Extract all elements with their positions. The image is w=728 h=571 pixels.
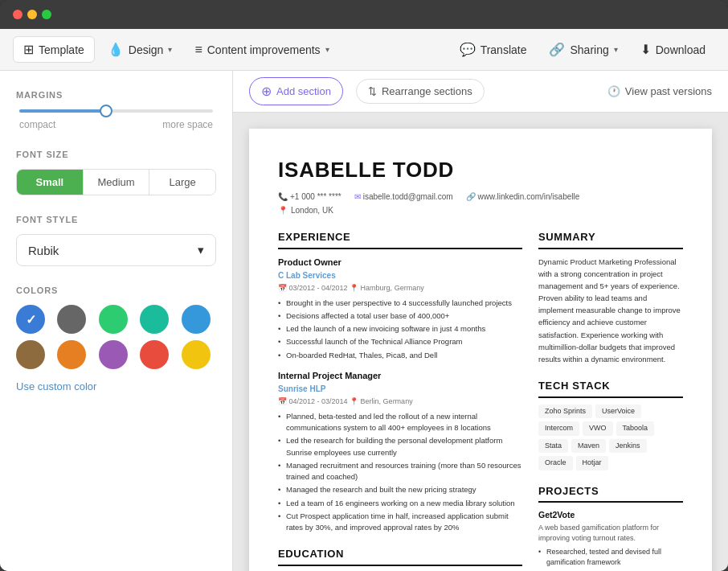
project-1-title: Get2Vote xyxy=(538,509,683,522)
email-value: isabelle.todd@gmail.com xyxy=(363,191,453,203)
slider-labels: compact more space xyxy=(19,119,213,130)
project-1-desc: A web based gamification platform for im… xyxy=(538,523,683,544)
bullet: On-boarded RedHat, Thales, Pica8, and De… xyxy=(278,350,522,361)
font-dropdown[interactable]: Rubik ▾ xyxy=(16,234,216,266)
summary-title: SUMMARY xyxy=(538,229,683,249)
content-icon: ≡ xyxy=(194,43,202,57)
left-panel: MARGINS compact more space FONT SIZE Sm xyxy=(0,71,233,571)
job-2-meta: 📅 04/2012 - 03/2014 📍 Berlin, Germany xyxy=(278,396,522,408)
linkedin-value: www.linkedin.com/in/isabelle xyxy=(478,191,580,203)
bullet: Planned, beta-tested and led the rollout… xyxy=(278,411,522,434)
experience-section: EXPERIENCE Product Owner C Lab Services … xyxy=(278,229,522,533)
font-size-label: FONT SIZE xyxy=(16,150,216,159)
job-2-title: Internal Project Manager xyxy=(278,369,522,383)
color-swatch-purple[interactable] xyxy=(99,340,128,369)
font-style-section: FONT STYLE Rubik ▾ xyxy=(16,215,216,266)
toolbar: ⊕ Add section ⇅ Rearrange sections 🕐 Vie… xyxy=(233,71,728,113)
rearrange-label: Rearrange sections xyxy=(382,85,472,97)
tech-tag: Hotjar xyxy=(576,456,608,470)
nav-sharing-label: Sharing xyxy=(570,43,608,56)
email-contact: ✉ isabelle.todd@gmail.com xyxy=(354,191,453,203)
location: 📍 London, UK xyxy=(278,204,683,216)
bullet: Researched, tested and devised full gami… xyxy=(538,547,683,569)
minimize-button[interactable] xyxy=(27,10,37,19)
slider-fill xyxy=(19,109,106,113)
font-size-medium[interactable]: Medium xyxy=(84,170,150,195)
bullet: Successful launch of the Technical Allia… xyxy=(278,336,522,347)
rearrange-button[interactable]: ⇅ Rearrange sections xyxy=(356,79,485,104)
colors-grid xyxy=(16,305,216,369)
tech-tag: Stata xyxy=(538,439,568,454)
font-style-label: FONT STYLE xyxy=(16,215,216,224)
font-size-buttons: Small Medium Large xyxy=(16,169,216,195)
margins-section: MARGINS compact more space xyxy=(16,90,216,130)
color-swatch-orange[interactable] xyxy=(57,340,86,369)
download-icon: ⬇ xyxy=(640,42,651,57)
linkedin-icon: 🔗 xyxy=(466,191,476,203)
chevron-down-icon-2: ▾ xyxy=(325,45,329,54)
add-section-label: Add section xyxy=(276,85,331,97)
tech-tag: Intercom xyxy=(538,421,579,436)
custom-color-link[interactable]: Use custom color xyxy=(16,380,96,392)
project-1: Get2Vote A web based gamification platfo… xyxy=(538,509,683,569)
nav-design[interactable]: 💧 Design ▾ xyxy=(98,37,182,62)
font-size-small[interactable]: Small xyxy=(17,170,84,195)
resume-right-col: SUMMARY Dynamic Product Marketing Profes… xyxy=(538,229,683,571)
bullet: Managed the research and built the new p… xyxy=(278,484,522,495)
linkedin-contact: 🔗 www.linkedin.com/in/isabelle xyxy=(466,191,580,203)
nav-download[interactable]: ⬇ Download xyxy=(631,37,715,62)
nav-sharing[interactable]: 🔗 Sharing ▾ xyxy=(539,37,627,62)
job-1-title: Product Owner xyxy=(278,256,522,269)
projects-section: PROJECTS Get2Vote A web based gamificati… xyxy=(538,483,683,571)
color-swatch-brown[interactable] xyxy=(16,340,45,369)
resume-scroll[interactable]: ISABELLE TODD 📞 +1 000 *** **** ✉ isabel… xyxy=(233,113,728,571)
tech-stack-title: TECH STACK xyxy=(538,378,683,398)
chevron-down-icon-font: ▾ xyxy=(198,243,204,257)
view-past-versions[interactable]: 🕐 View past versions xyxy=(607,85,712,97)
color-swatch-yellow[interactable] xyxy=(182,340,211,369)
design-icon: 💧 xyxy=(108,42,124,57)
close-button[interactable] xyxy=(13,10,22,19)
tech-tag: Zoho Sprints xyxy=(538,405,592,419)
template-icon: ⊞ xyxy=(23,42,34,57)
add-section-button[interactable]: ⊕ Add section xyxy=(249,77,343,105)
colors-section: COLORS Use custom color xyxy=(16,286,216,393)
color-swatch-teal[interactable] xyxy=(140,305,169,334)
resume-header: ISABELLE TODD 📞 +1 000 *** **** ✉ isabel… xyxy=(278,154,683,216)
job-2: Internal Project Manager Sunrise HLP 📅 0… xyxy=(278,369,522,534)
color-swatch-green[interactable] xyxy=(99,305,128,334)
compact-label: compact xyxy=(19,119,55,130)
more-space-label: more space xyxy=(162,119,213,130)
tech-tag: Jenkins xyxy=(609,439,647,454)
font-size-section: FONT SIZE Small Medium Large xyxy=(16,150,216,195)
colors-label: COLORS xyxy=(16,286,216,295)
phone-icon: 📞 xyxy=(278,191,288,203)
nav-template[interactable]: ⊞ Template xyxy=(13,36,95,63)
color-swatch-red[interactable] xyxy=(140,340,169,369)
email-icon: ✉ xyxy=(354,191,361,203)
phone-number: +1 000 *** **** xyxy=(290,191,342,203)
chevron-down-icon-3: ▾ xyxy=(614,45,618,54)
slider-thumb[interactable] xyxy=(100,105,112,117)
project-1-bullets: Researched, tested and devised full gami… xyxy=(538,547,683,569)
resume-document: ISABELLE TODD 📞 +1 000 *** **** ✉ isabel… xyxy=(249,129,712,571)
bullet: Led a team of 16 engineers working on a … xyxy=(278,498,522,509)
app-window: ⊞ Template 💧 Design ▾ ≡ Content improvem… xyxy=(0,0,728,571)
clock-icon: 🕐 xyxy=(607,85,620,97)
location-icon: 📍 xyxy=(278,204,288,216)
bullet: Led the launch of a new invoicing softwa… xyxy=(278,323,522,335)
color-swatch-blue[interactable] xyxy=(16,305,45,334)
view-past-label: View past versions xyxy=(625,85,712,97)
maximize-button[interactable] xyxy=(42,10,51,19)
nav-translate[interactable]: 💬 Translate xyxy=(450,37,537,62)
color-swatch-lightblue[interactable] xyxy=(182,305,211,334)
bullet: Managed recruitment and resources traini… xyxy=(278,460,522,483)
job-1-company: C Lab Services xyxy=(278,269,522,281)
resume-left-col: EXPERIENCE Product Owner C Lab Services … xyxy=(278,229,522,571)
job-2-bullets: Planned, beta-tested and led the rollout… xyxy=(278,411,522,534)
nav-content[interactable]: ≡ Content improvements ▾ xyxy=(185,38,338,62)
font-size-large[interactable]: Large xyxy=(149,170,215,195)
right-area: ⊕ Add section ⇅ Rearrange sections 🕐 Vie… xyxy=(233,71,728,571)
color-swatch-gray[interactable] xyxy=(57,305,86,334)
margins-label: MARGINS xyxy=(16,90,216,100)
